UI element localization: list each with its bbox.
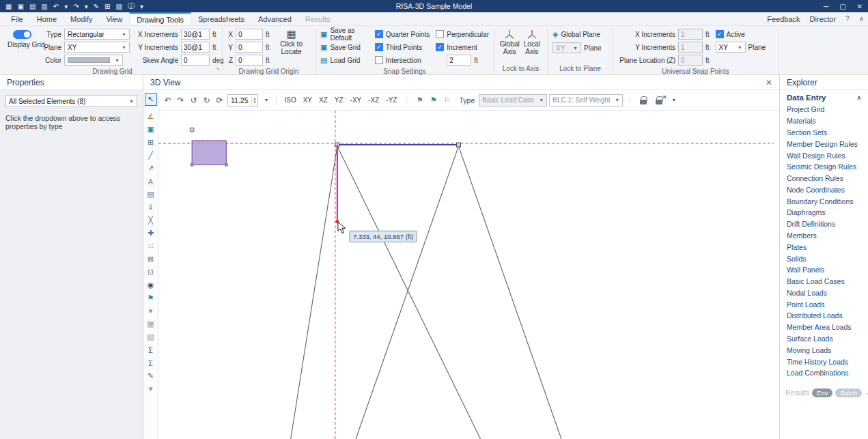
minimize-button[interactable]: ─: [824, 3, 828, 10]
data-entry-item[interactable]: Members: [780, 230, 868, 242]
third-points-checkbox[interactable]: [375, 43, 383, 51]
data-entry-item[interactable]: Basic Load Cases: [780, 276, 868, 287]
tab-spreadsheets[interactable]: Spreadsheets: [191, 12, 251, 25]
global-axis-button[interactable]: Global Axis: [499, 29, 520, 63]
view-preset-button[interactable]: XY: [300, 94, 316, 107]
draw-tools-icon[interactable]: ✎: [94, 3, 99, 10]
display-grid-toggle[interactable]: [13, 30, 31, 39]
draw-plate-icon[interactable]: ▣: [145, 123, 157, 136]
save-icon[interactable]: ▣: [17, 3, 23, 10]
data-entry-item[interactable]: Drift Definitions: [780, 218, 868, 230]
load-grid-button[interactable]: ▤ Load Grid: [320, 55, 369, 66]
origin-y-input[interactable]: [236, 42, 263, 53]
drawing-grid-flag-icon[interactable]: ⚑: [414, 94, 425, 107]
toolbar-more-caret-icon[interactable]: ▾: [668, 94, 680, 107]
view-preset-button[interactable]: YZ: [331, 94, 347, 107]
universal-plane-dropdown[interactable]: XY▼: [716, 42, 746, 53]
skew-angle-input[interactable]: [181, 55, 210, 66]
data-entry-item[interactable]: Surface Loads: [780, 333, 868, 345]
member-line[interactable]: [337, 146, 481, 439]
dialog-launcher-icon[interactable]: ↘: [215, 66, 220, 72]
data-entry-item[interactable]: Load Combinations: [780, 367, 868, 379]
data-entry-item[interactable]: Seismic Design Rules: [780, 161, 868, 173]
data-entry-item[interactable]: Connection Rules: [780, 173, 868, 184]
data-entry-item[interactable]: Boundary Conditions: [780, 195, 868, 207]
more-chevron-icon[interactable]: ▾: [145, 382, 157, 395]
data-entry-item[interactable]: Member Design Rules: [780, 138, 868, 150]
redo-icon[interactable]: ↷: [73, 3, 79, 10]
maximize-button[interactable]: ▢: [839, 3, 845, 10]
node-marker[interactable]: [190, 128, 194, 132]
lock-view-button[interactable]: [636, 94, 650, 107]
rotate-ccw-icon[interactable]: ↶: [162, 94, 173, 107]
quarter-points-checkbox[interactable]: [375, 30, 383, 38]
view-preset-button[interactable]: -XZ: [365, 94, 382, 107]
save-as-default-button[interactable]: ▣ Save as Default: [320, 29, 369, 40]
tab-drawing-tools[interactable]: Drawing Tools: [129, 12, 191, 25]
draw-member-icon[interactable]: ╱: [145, 149, 157, 162]
open-icon[interactable]: ▤: [29, 3, 36, 10]
more-tools-chevron-icon[interactable]: ▾: [145, 305, 157, 317]
unlock-selection-icon[interactable]: ⊡: [145, 266, 157, 279]
blc-dropdown[interactable]: BLC 1: Self Weight▼: [549, 94, 623, 107]
env-button[interactable]: Env: [812, 388, 832, 397]
help-icon[interactable]: ?: [845, 15, 850, 23]
visibility-eye-icon[interactable]: ◉: [145, 279, 157, 292]
spreadsheet-tool-icon[interactable]: ▦: [145, 317, 157, 330]
draw-wall-icon[interactable]: ▤: [145, 188, 157, 201]
data-entry-item[interactable]: Wall Panels: [780, 264, 868, 276]
drawing-canvas[interactable]: 7.333, 44, 10.667 (ft): [158, 111, 779, 439]
data-entry-item[interactable]: Nodal Loads: [780, 287, 868, 299]
cleanup-brush-icon[interactable]: ✎: [145, 369, 157, 382]
global-plane-button[interactable]: ◈ Global Plane: [552, 29, 608, 40]
project-grid-flag-icon[interactable]: ⚑: [428, 94, 439, 107]
rotate-up-icon[interactable]: ↺: [188, 94, 199, 107]
member-line[interactable]: [458, 146, 561, 439]
grid-plane-dropdown[interactable]: XY▼: [64, 42, 130, 53]
data-entry-item[interactable]: Distributed Loads: [780, 310, 868, 322]
data-entry-item[interactable]: Solids: [780, 253, 868, 264]
view-preset-button[interactable]: ISO: [281, 94, 299, 107]
y-increments-input[interactable]: [181, 42, 210, 53]
close-icon[interactable]: ✕: [766, 78, 772, 87]
tab-home[interactable]: Home: [30, 12, 64, 25]
close-button[interactable]: ✕: [857, 3, 863, 10]
copy-properties-icon[interactable]: ⊞: [145, 136, 157, 149]
origin-x-input[interactable]: [236, 29, 263, 40]
spinner-down-icon[interactable]: ▼: [252, 100, 258, 104]
annotate-icon[interactable]: A: [145, 175, 157, 188]
rotate-cw-icon[interactable]: ↷: [175, 94, 186, 107]
modify-member-icon[interactable]: ↗: [145, 162, 157, 175]
universal-grid-flag-icon[interactable]: ⚐: [441, 94, 453, 107]
data-entry-item[interactable]: Wall Design Rules: [780, 150, 868, 161]
lock-selection-icon[interactable]: ⊠: [145, 253, 157, 266]
zoom-spinner[interactable]: ▲▼: [251, 95, 258, 106]
perpendicular-checkbox[interactable]: [436, 30, 444, 38]
node-marker[interactable]: [225, 163, 228, 167]
zoom-control[interactable]: 11.25 ▲▼: [227, 94, 258, 107]
draw-brace-icon[interactable]: ╳: [145, 214, 157, 227]
redo-caret-icon[interactable]: ▾: [85, 3, 88, 10]
snapshot-tool-icon[interactable]: ▧: [145, 330, 157, 343]
apply-load-icon[interactable]: ⇓: [145, 201, 157, 214]
intersection-checkbox[interactable]: [375, 56, 383, 64]
selection-box[interactable]: [192, 141, 226, 165]
data-entry-item[interactable]: Materials: [780, 115, 868, 127]
view-preset-button[interactable]: XZ: [316, 94, 331, 107]
data-entry-item[interactable]: Section Sets: [780, 127, 868, 139]
print-icon[interactable]: ▥: [41, 3, 47, 10]
selected-elements-dropdown[interactable]: All Selected Elements (8) ▼: [5, 95, 137, 107]
member-line[interactable]: [356, 146, 458, 439]
data-entry-item[interactable]: Member Area Loads: [780, 322, 868, 333]
rotate-down-icon[interactable]: ↻: [201, 94, 212, 107]
data-entry-item[interactable]: Plates: [780, 241, 868, 253]
dimension-tool-icon[interactable]: ∡: [145, 110, 157, 123]
info-caret-icon[interactable]: ▾: [140, 3, 143, 10]
undo-icon[interactable]: ↶: [53, 3, 59, 10]
collapse-ribbon-icon[interactable]: ∧: [859, 15, 864, 23]
save-grid-button[interactable]: ▣ Save Grid: [320, 42, 369, 53]
undo-caret-icon[interactable]: ▾: [64, 3, 68, 10]
increment-value-input[interactable]: [447, 55, 471, 66]
node-marker[interactable]: [456, 143, 460, 147]
snapshot-icon[interactable]: ▨: [115, 3, 122, 10]
